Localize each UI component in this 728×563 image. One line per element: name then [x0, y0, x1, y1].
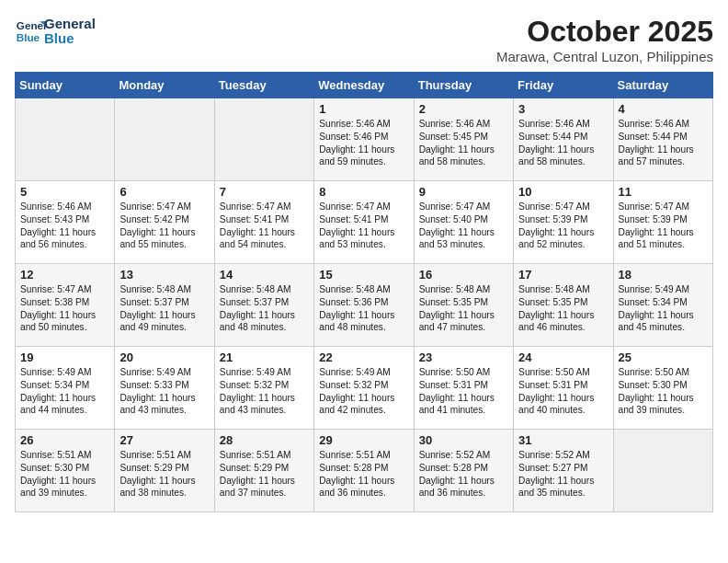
day-number: 4 [619, 102, 708, 116]
calendar-cell [214, 98, 313, 181]
weekday-header-wednesday: Wednesday [314, 73, 414, 98]
weekday-header-saturday: Saturday [613, 73, 712, 98]
day-number: 16 [419, 268, 508, 282]
cell-text: Sunrise: 5:46 AM Sunset: 5:44 PM Dayligh… [619, 118, 708, 168]
calendar-header: SundayMondayTuesdayWednesdayThursdayFrid… [16, 73, 713, 98]
cell-text: Sunrise: 5:47 AM Sunset: 5:39 PM Dayligh… [619, 201, 708, 251]
day-number: 19 [20, 350, 109, 364]
day-number: 15 [319, 268, 408, 282]
day-number: 30 [419, 433, 508, 447]
location-title: Marawa, Central Luzon, Philippines [496, 49, 713, 64]
day-number: 7 [220, 185, 309, 199]
cell-text: Sunrise: 5:48 AM Sunset: 5:37 PM Dayligh… [119, 283, 209, 334]
day-number: 14 [220, 268, 309, 282]
cell-text: Sunrise: 5:48 AM Sunset: 5:37 PM Dayligh… [220, 283, 309, 334]
day-number: 29 [319, 433, 408, 447]
svg-text:General: General [17, 19, 48, 31]
calendar-cell: 14Sunrise: 5:48 AM Sunset: 5:37 PM Dayli… [214, 264, 313, 347]
calendar-cell: 22Sunrise: 5:49 AM Sunset: 5:32 PM Dayli… [314, 347, 414, 430]
day-number: 24 [518, 350, 608, 364]
calendar-cell: 11Sunrise: 5:47 AM Sunset: 5:39 PM Dayli… [613, 181, 712, 264]
cell-text: Sunrise: 5:50 AM Sunset: 5:31 PM Dayligh… [419, 366, 508, 417]
calendar-cell: 16Sunrise: 5:48 AM Sunset: 5:35 PM Dayli… [414, 264, 513, 347]
cell-text: Sunrise: 5:48 AM Sunset: 5:36 PM Dayligh… [319, 283, 408, 334]
calendar-cell: 29Sunrise: 5:51 AM Sunset: 5:28 PM Dayli… [314, 430, 414, 512]
title-block: October 2025 Marawa, Central Luzon, Phil… [496, 15, 713, 64]
month-title: October 2025 [496, 15, 713, 49]
logo: General Blue General Blue [15, 15, 96, 48]
calendar-cell: 24Sunrise: 5:50 AM Sunset: 5:31 PM Dayli… [514, 347, 613, 430]
calendar: SundayMondayTuesdayWednesdayThursdayFrid… [15, 72, 713, 512]
cell-text: Sunrise: 5:50 AM Sunset: 5:30 PM Dayligh… [619, 366, 708, 417]
day-number: 28 [220, 433, 309, 447]
cell-text: Sunrise: 5:49 AM Sunset: 5:33 PM Dayligh… [119, 366, 209, 417]
calendar-cell: 26Sunrise: 5:51 AM Sunset: 5:30 PM Dayli… [16, 430, 115, 512]
calendar-cell: 4Sunrise: 5:46 AM Sunset: 5:44 PM Daylig… [613, 98, 712, 181]
day-number: 3 [518, 102, 608, 116]
day-number: 5 [20, 185, 109, 199]
cell-text: Sunrise: 5:51 AM Sunset: 5:29 PM Dayligh… [119, 449, 209, 500]
cell-text: Sunrise: 5:49 AM Sunset: 5:32 PM Dayligh… [220, 366, 309, 417]
day-number: 12 [20, 268, 109, 282]
logo-line1: General [44, 17, 96, 32]
cell-text: Sunrise: 5:47 AM Sunset: 5:42 PM Dayligh… [119, 201, 209, 251]
cell-text: Sunrise: 5:51 AM Sunset: 5:29 PM Dayligh… [220, 449, 309, 500]
cell-text: Sunrise: 5:46 AM Sunset: 5:44 PM Dayligh… [518, 118, 608, 168]
calendar-cell: 9Sunrise: 5:47 AM Sunset: 5:40 PM Daylig… [414, 181, 513, 264]
day-number: 23 [419, 350, 508, 364]
day-number: 27 [119, 433, 209, 447]
weekday-header-tuesday: Tuesday [214, 73, 313, 98]
page-header: General Blue General Blue October 2025 M… [15, 15, 713, 64]
logo-icon: General Blue [15, 15, 48, 48]
calendar-cell: 8Sunrise: 5:47 AM Sunset: 5:41 PM Daylig… [314, 181, 414, 264]
day-number: 9 [419, 185, 508, 199]
calendar-cell: 30Sunrise: 5:52 AM Sunset: 5:28 PM Dayli… [414, 430, 513, 512]
cell-text: Sunrise: 5:49 AM Sunset: 5:32 PM Dayligh… [319, 366, 408, 417]
calendar-cell: 17Sunrise: 5:48 AM Sunset: 5:35 PM Dayli… [514, 264, 613, 347]
calendar-cell: 15Sunrise: 5:48 AM Sunset: 5:36 PM Dayli… [314, 264, 414, 347]
calendar-cell: 20Sunrise: 5:49 AM Sunset: 5:33 PM Dayli… [115, 347, 214, 430]
calendar-cell [613, 430, 712, 512]
day-number: 26 [20, 433, 109, 447]
day-number: 21 [220, 350, 309, 364]
calendar-cell: 1Sunrise: 5:46 AM Sunset: 5:46 PM Daylig… [314, 98, 414, 181]
calendar-cell: 2Sunrise: 5:46 AM Sunset: 5:45 PM Daylig… [414, 98, 513, 181]
cell-text: Sunrise: 5:51 AM Sunset: 5:28 PM Dayligh… [319, 449, 408, 500]
cell-text: Sunrise: 5:47 AM Sunset: 5:38 PM Dayligh… [20, 283, 109, 334]
calendar-week-4: 19Sunrise: 5:49 AM Sunset: 5:34 PM Dayli… [16, 347, 713, 430]
calendar-cell: 6Sunrise: 5:47 AM Sunset: 5:42 PM Daylig… [115, 181, 214, 264]
day-number: 20 [119, 350, 209, 364]
weekday-header-monday: Monday [115, 73, 214, 98]
logo-line2: Blue [44, 31, 96, 47]
calendar-week-3: 12Sunrise: 5:47 AM Sunset: 5:38 PM Dayli… [16, 264, 713, 347]
day-number: 13 [119, 268, 209, 282]
weekday-header-friday: Friday [514, 73, 613, 98]
calendar-cell: 12Sunrise: 5:47 AM Sunset: 5:38 PM Dayli… [16, 264, 115, 347]
weekday-header-thursday: Thursday [414, 73, 513, 98]
cell-text: Sunrise: 5:50 AM Sunset: 5:31 PM Dayligh… [518, 366, 608, 417]
calendar-cell: 23Sunrise: 5:50 AM Sunset: 5:31 PM Dayli… [414, 347, 513, 430]
calendar-cell: 27Sunrise: 5:51 AM Sunset: 5:29 PM Dayli… [115, 430, 214, 512]
cell-text: Sunrise: 5:46 AM Sunset: 5:45 PM Dayligh… [419, 118, 508, 168]
calendar-cell: 31Sunrise: 5:52 AM Sunset: 5:27 PM Dayli… [514, 430, 613, 512]
cell-text: Sunrise: 5:52 AM Sunset: 5:27 PM Dayligh… [518, 449, 608, 500]
calendar-cell [16, 98, 115, 181]
day-number: 1 [319, 102, 408, 116]
calendar-week-5: 26Sunrise: 5:51 AM Sunset: 5:30 PM Dayli… [16, 430, 713, 512]
day-number: 25 [619, 350, 708, 364]
cell-text: Sunrise: 5:51 AM Sunset: 5:30 PM Dayligh… [20, 449, 109, 500]
day-number: 8 [319, 185, 408, 199]
calendar-cell: 3Sunrise: 5:46 AM Sunset: 5:44 PM Daylig… [514, 98, 613, 181]
calendar-cell: 21Sunrise: 5:49 AM Sunset: 5:32 PM Dayli… [214, 347, 313, 430]
svg-text:Blue: Blue [17, 31, 40, 43]
calendar-cell: 25Sunrise: 5:50 AM Sunset: 5:30 PM Dayli… [613, 347, 712, 430]
calendar-cell: 7Sunrise: 5:47 AM Sunset: 5:41 PM Daylig… [214, 181, 313, 264]
day-number: 18 [619, 268, 708, 282]
day-number: 6 [119, 185, 209, 199]
cell-text: Sunrise: 5:46 AM Sunset: 5:46 PM Dayligh… [319, 118, 408, 168]
cell-text: Sunrise: 5:49 AM Sunset: 5:34 PM Dayligh… [619, 283, 708, 334]
cell-text: Sunrise: 5:49 AM Sunset: 5:34 PM Dayligh… [20, 366, 109, 417]
day-number: 22 [319, 350, 408, 364]
calendar-week-2: 5Sunrise: 5:46 AM Sunset: 5:43 PM Daylig… [16, 181, 713, 264]
cell-text: Sunrise: 5:47 AM Sunset: 5:40 PM Dayligh… [419, 201, 508, 251]
